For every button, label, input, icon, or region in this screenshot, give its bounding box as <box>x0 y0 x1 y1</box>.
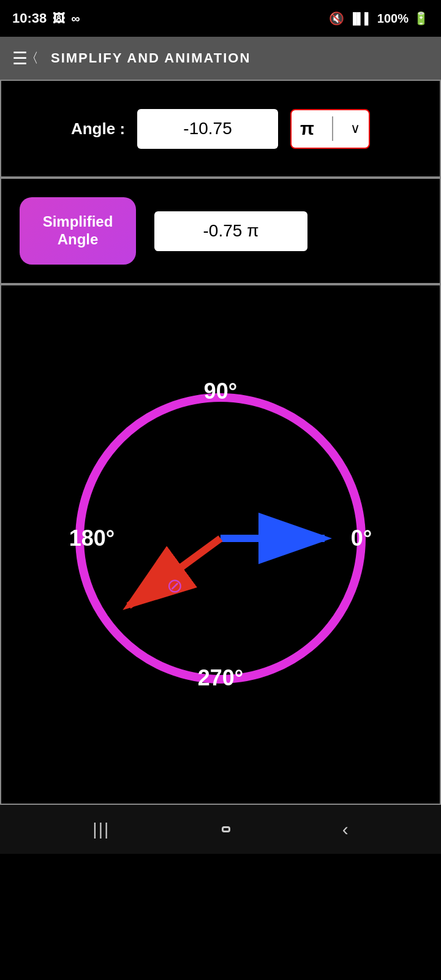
simplified-angle-panel: SimplifiedAngle -0.75 π <box>0 178 441 284</box>
home-button[interactable] <box>222 826 230 832</box>
battery-percent: 100% <box>377 12 409 26</box>
recent-apps-icon: ||| <box>92 820 110 839</box>
home-icon <box>222 826 230 832</box>
status-time: 10:38 <box>12 10 47 26</box>
menu-button[interactable]: ☰ 〈 <box>12 48 39 69</box>
angle-circle-svg: 90° 180° 0° 270° ⊘ <box>49 367 392 710</box>
label-180: 180° <box>69 526 115 551</box>
chevron-down-icon: ∨ <box>350 121 360 137</box>
signal-icon: ▐▌▌ <box>349 12 372 25</box>
pi-symbol: π <box>300 118 314 139</box>
app-title: SIMPLIFY AND ANIMATION <box>51 50 251 66</box>
angle-input-panel: Angle : π ∨ <box>0 80 441 178</box>
navigation-bar: ||| ‹ <box>0 805 441 854</box>
back-icon: ‹ <box>342 819 349 840</box>
origin-symbol: ⊘ <box>167 575 183 597</box>
label-0: 0° <box>351 526 372 551</box>
back-arrow-icon: 〈 <box>25 49 39 67</box>
gallery-icon: 🖼 <box>53 12 65 26</box>
voicemail-icon: ∞ <box>71 12 78 26</box>
recent-apps-button[interactable]: ||| <box>92 820 110 839</box>
dropdown-divider <box>332 116 333 141</box>
simplified-angle-button[interactable]: SimplifiedAngle <box>20 197 136 265</box>
label-90: 90° <box>204 379 237 404</box>
status-bar: 10:38 🖼 ∞ 🔇 ▐▌▌ 100% 🔋 <box>0 0 441 37</box>
back-button[interactable]: ‹ <box>342 819 349 840</box>
unit-dropdown[interactable]: π ∨ <box>290 109 370 149</box>
simplified-result: -0.75 π <box>154 211 307 251</box>
angle-input[interactable] <box>137 109 278 149</box>
app-bar: ☰ 〈 SIMPLIFY AND ANIMATION <box>0 37 441 80</box>
circle-container: 90° 180° 0° 270° ⊘ <box>49 367 392 710</box>
angle-label: Angle : <box>71 119 125 138</box>
circle-diagram-panel: 90° 180° 0° 270° ⊘ <box>0 284 441 805</box>
battery-icon: 🔋 <box>413 11 429 26</box>
mute-icon: 🔇 <box>329 11 344 26</box>
label-270: 270° <box>198 665 243 690</box>
